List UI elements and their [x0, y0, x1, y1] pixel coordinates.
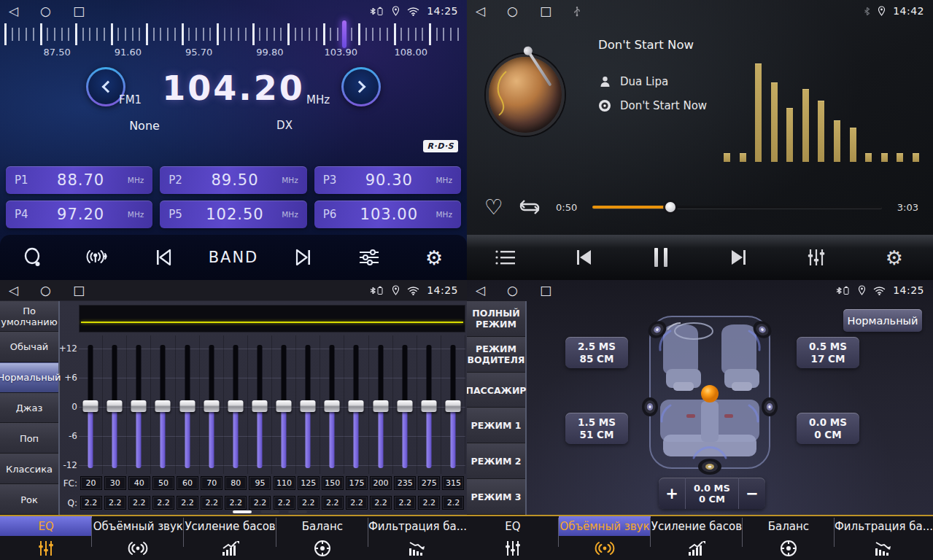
broadcast-icon[interactable]: [77, 241, 118, 273]
eq-band-slider-1[interactable]: [79, 335, 103, 474]
fc-value[interactable]: 80: [225, 476, 247, 490]
eq-band-slider-6[interactable]: [200, 335, 224, 474]
q-value[interactable]: 2.2: [177, 496, 198, 510]
increase-button[interactable]: +: [659, 478, 685, 509]
eq-band-slider-8[interactable]: [248, 335, 272, 474]
previous-icon[interactable]: [563, 241, 604, 273]
nav-recents-icon[interactable]: □: [540, 284, 551, 297]
eq-band-slider-9[interactable]: [272, 335, 296, 474]
eq-preset-rock[interactable]: Рок: [0, 484, 58, 515]
eq-band-slider-11[interactable]: [320, 335, 344, 474]
eq-preset-classic[interactable]: Классика: [0, 454, 58, 484]
eq-band-slider-2[interactable]: [103, 335, 127, 474]
q-value[interactable]: 2.2: [249, 496, 271, 510]
delay-rear-left-button[interactable]: 1.5 MS 51 CM: [565, 413, 628, 444]
nav-back-icon[interactable]: ◁: [476, 284, 485, 297]
tab-filter[interactable]: Фильтрация ба...: [835, 516, 933, 560]
preset-button-p6[interactable]: P6103.00MHz: [314, 201, 461, 228]
eq-preset-jazz[interactable]: Джаз: [0, 393, 58, 424]
nav-recents-icon[interactable]: □: [73, 5, 85, 18]
tab-surround[interactable]: Объёмный звук: [92, 516, 184, 560]
scan-icon[interactable]: [12, 241, 53, 273]
tuning-dial[interactable]: [4, 23, 462, 45]
nav-home-icon[interactable]: ○: [507, 284, 518, 297]
decrease-button[interactable]: −: [739, 478, 765, 509]
slider-handle[interactable]: [83, 400, 98, 412]
fc-value[interactable]: 200: [370, 476, 392, 490]
fc-value[interactable]: 235: [394, 476, 416, 490]
slider-handle[interactable]: [276, 400, 292, 412]
eq-preset-custom[interactable]: Обычай: [0, 332, 58, 362]
seek-bar-knob[interactable]: [665, 202, 675, 212]
tab-surround[interactable]: Объёмный звук: [559, 516, 651, 560]
nav-home-icon[interactable]: ○: [40, 284, 51, 297]
slider-handle[interactable]: [445, 400, 460, 412]
tab-filter[interactable]: Фильтрация ба...: [368, 516, 467, 560]
eq-band-slider-10[interactable]: [296, 335, 320, 474]
next-icon[interactable]: [719, 241, 759, 273]
q-value[interactable]: 2.2: [394, 496, 416, 510]
slider-handle[interactable]: [228, 400, 243, 412]
q-value[interactable]: 2.2: [274, 496, 295, 510]
nav-home-icon[interactable]: ○: [507, 5, 518, 18]
preset-button-p1[interactable]: P188.70MHz: [6, 166, 152, 194]
eq-band-slider-13[interactable]: [369, 335, 393, 474]
equalizer-icon[interactable]: [796, 241, 837, 273]
tab-bass-boost[interactable]: Усиление басов: [184, 516, 276, 560]
nav-recents-icon[interactable]: □: [540, 5, 551, 18]
fc-value[interactable]: 40: [128, 476, 150, 490]
slider-handle[interactable]: [349, 400, 364, 412]
q-value[interactable]: 2.2: [201, 496, 222, 510]
slider-handle[interactable]: [252, 400, 267, 412]
fc-value[interactable]: 20: [80, 476, 102, 490]
pause-icon[interactable]: [640, 241, 681, 273]
nav-back-icon[interactable]: ◁: [476, 5, 485, 18]
slider-handle[interactable]: [397, 400, 412, 412]
band-button[interactable]: BAND: [209, 249, 259, 266]
slider-handle[interactable]: [204, 400, 219, 412]
tab-balance[interactable]: Баланс: [743, 516, 835, 560]
settings-gear-icon[interactable]: ⚙: [874, 241, 915, 273]
q-value[interactable]: 2.2: [442, 496, 464, 510]
q-value[interactable]: 2.2: [128, 496, 150, 510]
preset-button-p5[interactable]: P5102.50MHz: [160, 201, 306, 228]
mode-driver[interactable]: РЕЖИМ ВОДИТЕЛЯ: [467, 337, 525, 373]
eq-band-slider-14[interactable]: [393, 335, 417, 474]
soundfield-preset-badge[interactable]: Нормальный: [843, 309, 922, 332]
q-value[interactable]: 2.2: [152, 496, 174, 510]
fc-value[interactable]: 315: [442, 476, 464, 490]
fc-value[interactable]: 95: [249, 476, 271, 490]
seek-bar[interactable]: [592, 206, 882, 209]
eq-band-slider-7[interactable]: [224, 335, 248, 474]
playlist-icon[interactable]: [485, 241, 526, 273]
slider-handle[interactable]: [325, 400, 340, 412]
repeat-icon[interactable]: [515, 191, 544, 223]
tab-eq[interactable]: EQ: [467, 516, 559, 560]
tab-bass-boost[interactable]: Усиление басов: [651, 516, 743, 560]
slider-handle[interactable]: [131, 400, 147, 412]
nav-home-icon[interactable]: ○: [40, 5, 51, 18]
q-value[interactable]: 2.2: [225, 496, 247, 510]
q-value[interactable]: 2.2: [418, 496, 440, 510]
slider-handle[interactable]: [107, 400, 123, 412]
next-icon[interactable]: [283, 241, 324, 273]
mode-2[interactable]: РЕЖИМ 2: [467, 443, 525, 479]
slider-handle[interactable]: [179, 400, 195, 412]
mode-full[interactable]: ПОЛНЫЙ РЕЖИМ: [467, 301, 525, 337]
fc-value[interactable]: 150: [322, 476, 344, 490]
slider-handle[interactable]: [301, 400, 316, 412]
eq-preset-normal[interactable]: Нормальный: [0, 362, 58, 393]
fc-value[interactable]: 125: [298, 476, 320, 490]
delay-rear-right-button[interactable]: 0.0 MS 0 CM: [797, 413, 859, 444]
mode-passenger[interactable]: ПАССАЖИР: [467, 373, 525, 408]
q-value[interactable]: 2.2: [370, 496, 392, 510]
tab-eq[interactable]: EQ: [0, 516, 92, 560]
delay-front-left-button[interactable]: 2.5 MS 85 CM: [565, 337, 628, 368]
audio-settings-icon[interactable]: [349, 241, 390, 273]
eq-preset-pop[interactable]: Поп: [0, 423, 58, 454]
eq-band-slider-15[interactable]: [417, 335, 441, 474]
q-value[interactable]: 2.2: [322, 496, 344, 510]
previous-icon[interactable]: [143, 241, 184, 273]
eq-band-slider-4[interactable]: [151, 335, 175, 474]
seek-up-button[interactable]: [341, 67, 381, 106]
